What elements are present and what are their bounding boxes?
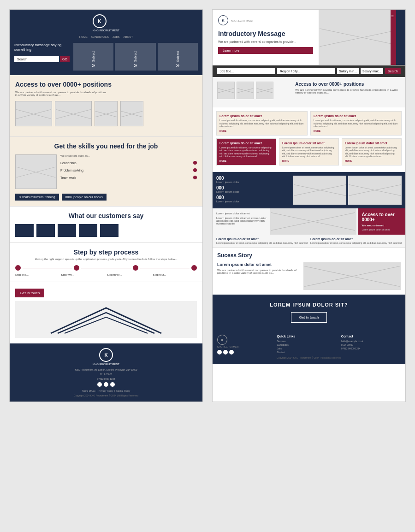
hero-text-block: Introductory message saying something Se…: [14, 43, 70, 71]
customer-logos: [15, 224, 197, 237]
cta-button[interactable]: Get in touch: [291, 312, 326, 323]
right-footer-copyright: Copyright 2024 KNG Recruitment © 2024 | …: [217, 355, 401, 359]
social-facebook-icon[interactable]: [97, 382, 102, 387]
salary-max-select[interactable]: Salary max...: [361, 68, 383, 74]
hero-subjects: Subject » Subject » Subject »: [73, 43, 198, 71]
card-2-more[interactable]: MORE: [314, 130, 398, 132]
skill-item-teamwork: Team work: [60, 176, 197, 179]
footer-logo-letter: K: [104, 353, 107, 358]
cta-title: LOREM IPSUM DOLOR SIT?: [220, 302, 398, 307]
right-hero-inner: K KNG RECRUITMENT Introductory Message W…: [213, 10, 405, 65]
hero-section: K KNG RECRUITMENT HOME CANDIDATES JOBS A…: [10, 10, 202, 75]
stat-img-2: [348, 176, 402, 205]
right-footer-links-title: Quick Links: [277, 335, 336, 338]
footer-phone: 0114 00000: [14, 373, 198, 376]
card-1-title: Lorem ipsum dolor sit amet: [219, 114, 304, 118]
skill-dot-leadership: [193, 161, 197, 165]
card-5-more[interactable]: MORE: [345, 160, 398, 162]
search-button[interactable]: GO: [60, 56, 70, 62]
step-label-4: Step four...: [153, 273, 197, 276]
right-search-button[interactable]: Search: [385, 68, 401, 74]
skills-content: We of sectors such as... Leadership Prob…: [15, 154, 197, 189]
access-over-left: Lorem ipsum dolor sit amet Lorem ipsum d…: [213, 208, 270, 235]
access-desc: We are partnered with several companies …: [15, 91, 107, 96]
right-footer-phone: 0114 00000: [341, 343, 401, 346]
stat-number-2: 000: [216, 185, 290, 190]
access-img-2: [55, 101, 92, 126]
card-2-title: Lorem ipsum dolor sit amet: [314, 114, 398, 118]
customer-logo-5: [100, 224, 119, 237]
skill-item-leadership: Leadership: [60, 161, 197, 165]
skill-dot-problem: [193, 168, 197, 172]
right-footer-link-contact[interactable]: Contact: [277, 351, 336, 354]
skill-label-teamwork: Team work: [60, 176, 76, 179]
steps-section: Step by step process Having the right su…: [10, 242, 202, 282]
logo-circle: K: [93, 14, 107, 28]
footer-mobile: 07812 0000 1234: [14, 378, 198, 380]
steps-labels: Step one... Step two... Step three... St…: [15, 273, 197, 276]
success-image: [303, 262, 401, 290]
subject-bar-2: Subject »: [115, 43, 155, 71]
card-5-text: Lorem ipsum dolor sit amet, consectetur …: [345, 146, 398, 158]
customers-title: What our customers say: [15, 212, 197, 219]
access-img-3: [95, 101, 118, 126]
card-4-more[interactable]: MORE: [282, 160, 336, 162]
right-hero-image: ≡: [319, 10, 405, 65]
right-footer-logo-circle: K: [217, 335, 227, 345]
access-over-subtitle: We are partnered: [362, 224, 402, 227]
right-footer-facebook-icon[interactable]: [217, 350, 222, 355]
skill-label-leadership: Leadership: [60, 161, 77, 165]
card-2-text: Lorem ipsum dolor sit amet, consectetur …: [314, 119, 398, 128]
success-lorem-title: Lorem ipsum dolor sit amet: [217, 262, 300, 267]
search-input[interactable]: Search: [14, 56, 59, 62]
right-footer-social: [217, 350, 272, 355]
footer-cookies[interactable]: Cookie Policy: [116, 390, 130, 392]
salary-min-select[interactable]: Salary min...: [337, 68, 359, 74]
right-footer-link-services[interactable]: Services: [277, 340, 336, 343]
right-footer-link-candidates[interactable]: Candidates: [277, 343, 336, 346]
right-footer-logo-letter: K: [221, 338, 224, 342]
cta-section: LOREM IPSUM DOLOR SIT? Get in touch: [213, 295, 405, 330]
right-access-title: Access to over 0000+ positions: [295, 82, 401, 87]
access-over-crimson-title: Lorem ipsum dolor sit amet: [362, 228, 402, 231]
footer-privacy[interactable]: Privacy Policy: [99, 390, 113, 392]
right-logo-circle: K: [218, 15, 228, 25]
step-label-1: Step one...: [15, 273, 59, 276]
nav-about[interactable]: ABOUT: [124, 35, 133, 38]
skills-title: Get the skills you need for the job: [15, 142, 197, 150]
customer-logo-1: [15, 224, 34, 237]
right-footer-linkedin-icon[interactable]: [229, 350, 234, 355]
success-section: Sucess Story Lorem ipsum dolor sit amet …: [213, 247, 405, 295]
skills-image: [15, 154, 57, 189]
step-label-2: Step two...: [61, 273, 106, 276]
right-access-img-3: [256, 82, 273, 99]
subject-label-3: Subject: [176, 51, 179, 62]
footer-logo-subtext: KNG RECRUITMENT: [93, 363, 119, 366]
step-line-2: [81, 268, 130, 268]
access-section: Access to over 0000+ positions We are pa…: [10, 75, 202, 136]
social-linkedin-icon[interactable]: [110, 382, 115, 387]
right-footer-twitter-icon[interactable]: [223, 350, 228, 355]
right-footer-link-jobs[interactable]: Jobs: [277, 347, 336, 350]
menu-icon[interactable]: ≡: [391, 13, 394, 18]
caption-1-title: Lorem ipsum dolor sit amet: [216, 237, 308, 241]
job-title-input[interactable]: Job title...: [217, 68, 275, 74]
nav-candidates[interactable]: CANDIDATES: [91, 35, 109, 38]
cards-section-row1: Lorem ipsum dolor sit amet Lorem ipsum d…: [213, 107, 405, 172]
step-label-3: Step three...: [107, 273, 151, 276]
right-logo-subtext: KNG RECRUITMENT: [231, 19, 254, 22]
card-1-more[interactable]: MORE: [219, 130, 304, 132]
hero-content: Introductory message saying something Se…: [14, 43, 198, 71]
nav-home[interactable]: HOME: [79, 35, 88, 38]
card-3-more[interactable]: MORE: [219, 160, 273, 162]
right-cta-button[interactable]: Learn more: [218, 47, 313, 54]
region-input[interactable]: Region / city...: [277, 68, 335, 74]
stat-number-1: 000: [216, 176, 290, 181]
social-twitter-icon[interactable]: [104, 382, 108, 387]
footer-terms[interactable]: Terms of Use: [82, 390, 95, 392]
caption-1-body: Lorem ipsum dolor sit amet, consectetur …: [216, 242, 308, 245]
get-in-touch-button[interactable]: Get in touch: [15, 289, 44, 297]
right-hero-dark-bar: ≡: [396, 10, 405, 65]
nav-jobs[interactable]: JOBS: [113, 35, 120, 38]
stat-item-3: 000 Lorem ipsum dolor: [216, 195, 290, 203]
